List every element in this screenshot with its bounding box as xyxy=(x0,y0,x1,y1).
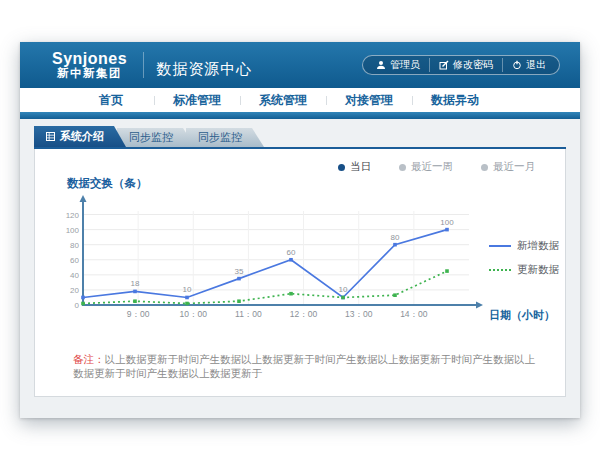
svg-text:9：00: 9：00 xyxy=(127,309,150,319)
user-menu-item-0[interactable]: 管理员 xyxy=(367,58,429,72)
legend-item-0: 新增数据 xyxy=(489,239,559,253)
tab-label: 同步监控 xyxy=(198,130,242,145)
svg-text:13：00: 13：00 xyxy=(345,309,373,319)
svg-text:60: 60 xyxy=(70,256,79,265)
nav-item-0[interactable]: 首页 xyxy=(68,92,154,109)
nav-item-4[interactable]: 数据异动 xyxy=(412,92,498,109)
tab-label: 同步监控 xyxy=(129,130,173,145)
main-nav: 首页标准管理系统管理对接管理数据异动 xyxy=(20,88,580,112)
x-axis-title: 日期（小时） xyxy=(489,308,559,323)
user-menu-item-1[interactable]: 修改密码 xyxy=(429,58,502,72)
header-divider xyxy=(143,52,144,78)
svg-text:35: 35 xyxy=(235,267,244,276)
period-filter-label: 当日 xyxy=(350,160,371,174)
chart-panel: 当日最近一周最近一月 数据交换（条） 0204060801001209：0010… xyxy=(34,149,566,397)
tab-0[interactable]: 系统介绍 xyxy=(34,126,126,147)
svg-text:60: 60 xyxy=(287,248,296,257)
legend-label: 新增数据 xyxy=(517,239,559,253)
svg-text:100: 100 xyxy=(66,226,80,235)
svg-text:20: 20 xyxy=(70,286,79,295)
period-filter-label: 最近一月 xyxy=(493,160,535,174)
radio-dot-icon xyxy=(481,164,488,171)
user-menu: 管理员修改密码退出 xyxy=(362,55,560,75)
user-menu-item-label: 管理员 xyxy=(390,58,420,72)
logo: Synjones 新中新集团 xyxy=(52,51,127,80)
legend-line-sample xyxy=(489,269,511,271)
svg-text:18: 18 xyxy=(131,279,140,288)
grid-icon xyxy=(46,131,55,143)
period-filter-2[interactable]: 最近一月 xyxy=(481,160,535,174)
y-axis-title: 数据交换（条） xyxy=(67,176,555,191)
legend-label: 更新数据 xyxy=(517,263,559,277)
edit-icon xyxy=(439,60,449,70)
svg-text:80: 80 xyxy=(70,241,79,250)
svg-text:120: 120 xyxy=(66,211,80,220)
nav-item-1[interactable]: 标准管理 xyxy=(154,92,240,109)
svg-text:40: 40 xyxy=(70,271,79,280)
period-filter-0[interactable]: 当日 xyxy=(338,160,371,174)
legend-line-sample xyxy=(489,245,511,247)
logo-brand: Synjones xyxy=(52,51,127,68)
tab-2[interactable]: 同步监控 xyxy=(186,128,264,147)
nav-item-2[interactable]: 系统管理 xyxy=(240,92,326,109)
svg-text:14：00: 14：00 xyxy=(400,309,428,319)
period-filter-group: 当日最近一周最近一月 xyxy=(45,153,555,176)
user-menu-item-label: 退出 xyxy=(526,58,546,72)
chart-row: 0204060801001209：0010：0011：0012：0013：001… xyxy=(45,193,555,327)
footnote: 备注：以上数据更新于时间产生数据以上数据更新于时间产生数据以上数据更新于时间产生… xyxy=(73,353,555,380)
tab-1[interactable]: 同步监控 xyxy=(117,128,195,147)
svg-text:10：00: 10：00 xyxy=(180,309,208,319)
footnote-prefix: 备注： xyxy=(73,353,105,365)
svg-text:100: 100 xyxy=(440,218,454,227)
radio-dot-icon xyxy=(338,164,345,171)
app-header: Synjones 新中新集团 数据资源中心 管理员修改密码退出 xyxy=(20,42,580,88)
tab-label: 系统介绍 xyxy=(60,129,104,144)
tab-bar: 系统介绍同步监控同步监控 xyxy=(34,126,566,147)
user-menu-item-2[interactable]: 退出 xyxy=(502,58,555,72)
content-area: 系统介绍同步监控同步监控 当日最近一周最近一月 数据交换（条） 02040608… xyxy=(20,119,580,397)
user-icon xyxy=(376,60,386,70)
chart-legend: 新增数据更新数据日期（小时） xyxy=(489,239,559,327)
logo-sub: 新中新集团 xyxy=(52,67,127,79)
svg-text:12：00: 12：00 xyxy=(290,309,318,319)
nav-accent-strip xyxy=(20,112,580,119)
legend-item-1: 更新数据 xyxy=(489,263,559,277)
footnote-text: 以上数据更新于时间产生数据以上数据更新于时间产生数据以上数据更新于时间产生数据以… xyxy=(73,353,535,379)
user-menu-item-label: 修改密码 xyxy=(453,58,493,72)
nav-item-3[interactable]: 对接管理 xyxy=(326,92,412,109)
power-icon xyxy=(512,60,522,70)
svg-text:10: 10 xyxy=(183,285,192,294)
svg-text:11：00: 11：00 xyxy=(235,309,262,319)
period-filter-1[interactable]: 最近一周 xyxy=(399,160,453,174)
svg-text:0: 0 xyxy=(75,301,80,310)
svg-text:80: 80 xyxy=(391,233,400,242)
exchange-chart: 0204060801001209：0010：0011：0012：0013：001… xyxy=(49,193,489,327)
app-window: Synjones 新中新集团 数据资源中心 管理员修改密码退出 首页标准管理系统… xyxy=(20,42,580,418)
period-filter-label: 最近一周 xyxy=(411,160,453,174)
page-title: 数据资源中心 xyxy=(156,52,252,79)
radio-dot-icon xyxy=(399,164,406,171)
svg-text:10: 10 xyxy=(339,285,348,294)
